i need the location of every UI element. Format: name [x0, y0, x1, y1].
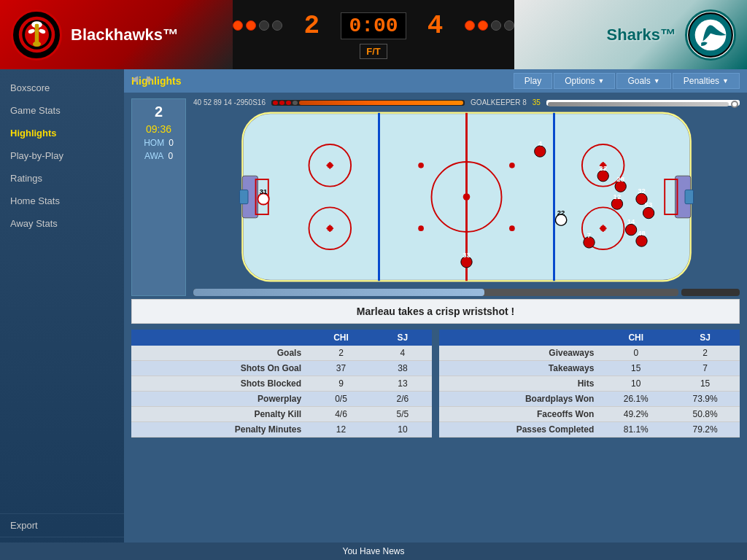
away-team-header: Sharks™ — [514, 0, 747, 69]
event-description: Marleau takes a crisp wristshot ! — [131, 299, 740, 324]
sidebar: Boxscore Game Stats Highlights Play-by-P… — [0, 69, 124, 560]
period-row: F/T — [360, 44, 387, 59]
light-8 — [504, 20, 514, 31]
period-lights-right — [465, 20, 514, 31]
sidebar-item-boxscore[interactable]: Boxscore — [0, 77, 124, 99]
nav-prev[interactable]: ◀ — [128, 72, 141, 85]
away-score: 4 — [421, 11, 450, 41]
play-button[interactable]: Play — [514, 73, 552, 89]
stat-label: Hits — [439, 376, 601, 392]
sidebar-item-home-stats[interactable]: Home Stats — [0, 190, 124, 212]
sidebar-item-play-by-play[interactable]: Play-by-Play — [0, 144, 124, 167]
stat-label: Boardplays Won — [439, 392, 601, 407]
stat-col-chi-right: CHI — [601, 330, 670, 346]
progress-bar-right[interactable] — [546, 100, 740, 106]
stat-col-label-left — [131, 330, 309, 346]
svg-text:32: 32 — [638, 187, 646, 195]
nav-next[interactable]: ▶ — [144, 72, 156, 85]
game-clock: 0:00 — [341, 12, 406, 39]
svg-text:14: 14 — [627, 217, 635, 225]
away-team-name: Sharks™ — [607, 26, 676, 44]
sidebar-item-ratings[interactable]: Ratings — [0, 167, 124, 190]
stat-sj: 73.9% — [670, 392, 740, 407]
stat-label: Powerplay — [131, 392, 309, 407]
stat-sj: 15 — [670, 376, 740, 392]
light-6 — [478, 20, 488, 31]
svg-point-51 — [643, 207, 654, 218]
stat-label: Faceoffs Won — [439, 407, 601, 422]
stat-label: Giveaways — [439, 346, 601, 361]
stats-section: CHI SJ Goals 2 4 Shots On Goal 37 38 Sho… — [131, 330, 740, 438]
table-row: Shots On Goal 37 38 — [131, 361, 432, 376]
stat-chi: 26.1% — [601, 392, 670, 407]
stats-table-left: CHI SJ Goals 2 4 Shots On Goal 37 38 Sho… — [131, 330, 432, 438]
home-team-logo — [11, 9, 62, 61]
stat-label: Goals — [131, 346, 309, 361]
stat-chi: 37 — [309, 361, 374, 376]
svg-text:28: 28 — [616, 175, 624, 183]
stat-chi: 2 — [309, 346, 374, 361]
home-team-name: Blackhawks™ — [71, 26, 179, 44]
playback-end — [681, 289, 740, 296]
light-3 — [259, 20, 269, 31]
svg-text:53: 53 — [645, 201, 653, 209]
options-arrow: ▼ — [598, 77, 605, 85]
stat-chi: 12 — [309, 422, 374, 438]
awa-val: 0 — [168, 151, 173, 161]
home-score: 2 — [297, 11, 326, 41]
table-row: Penalty Minutes 12 10 — [131, 422, 432, 438]
stat-chi: 0/5 — [309, 392, 374, 407]
table-row: Hits 10 15 — [439, 376, 740, 392]
scoreboard: 2 0:00 4 F/T — [233, 0, 514, 69]
stat-sj: 5/5 — [374, 407, 432, 422]
stats-table-right: CHI SJ Giveaways 0 2 Takeaways 15 7 Hits… — [439, 330, 740, 438]
nav-arrows: ◀ ▶ — [124, 69, 160, 88]
stat-chi: 4/6 — [309, 407, 374, 422]
sidebar-item-highlights[interactable]: Highlights — [0, 122, 124, 144]
progress-bar-left[interactable] — [271, 100, 465, 106]
light-4 — [272, 20, 282, 31]
home-team-header: Blackhawks™ — [0, 0, 233, 69]
light-1 — [233, 20, 243, 31]
svg-point-59 — [636, 236, 647, 246]
table-row: Shots Blocked 9 13 — [131, 376, 432, 392]
stat-col-label-right — [439, 330, 601, 346]
sidebar-item-export[interactable]: Export — [0, 513, 124, 537]
light-2 — [246, 20, 256, 31]
stat-label: Penalty Minutes — [131, 422, 309, 438]
svg-point-16 — [463, 193, 471, 201]
goals-button[interactable]: Goals ▼ — [616, 73, 670, 89]
stat-sj: 79.2% — [670, 422, 740, 438]
svg-point-37 — [418, 163, 424, 168]
playback-track[interactable] — [193, 289, 678, 296]
stat-sj: 50.8% — [670, 407, 740, 422]
stat-label: Shots On Goal — [131, 361, 309, 376]
hom-label: HOM — [144, 138, 164, 148]
options-button[interactable]: Options ▼ — [554, 73, 615, 89]
sidebar-item-game-stats[interactable]: Game Stats — [0, 99, 124, 122]
stat-sj: 2/6 — [374, 392, 432, 407]
svg-point-38 — [418, 225, 424, 231]
svg-text:22: 22 — [599, 164, 607, 172]
svg-text:4: 4 — [538, 139, 543, 147]
playback-bar — [193, 289, 740, 296]
stat-label: Shots Blocked — [131, 376, 309, 392]
stat-chi: 15 — [601, 361, 670, 376]
rink-container: 40 52 89 14 -2950S16 GOALKEEPER 8 3 — [193, 98, 740, 296]
sidebar-item-away-stats[interactable]: Away Stats — [0, 212, 124, 235]
rink-time: 09:36 — [146, 123, 171, 135]
svg-text:22: 22 — [557, 209, 565, 217]
penalties-button[interactable]: Penalties ▼ — [673, 73, 740, 89]
rink-awa-row: AWA 0 — [144, 151, 173, 161]
stat-label: Passes Completed — [439, 422, 601, 438]
stat-sj: 4 — [374, 346, 432, 361]
stat-sj: 13 — [374, 376, 432, 392]
stat-chi: 49.2% — [601, 407, 670, 422]
rink-section: 2 09:36 HOM 0 AWA 0 40 52 89 14 -295 — [124, 93, 747, 299]
light-7 — [491, 20, 501, 31]
svg-rect-66 — [685, 190, 694, 203]
table-row: Takeaways 15 7 — [439, 361, 740, 376]
stat-chi: 81.1% — [601, 422, 670, 438]
svg-text:7: 7 — [587, 231, 591, 239]
stat-sj: 38 — [374, 361, 432, 376]
